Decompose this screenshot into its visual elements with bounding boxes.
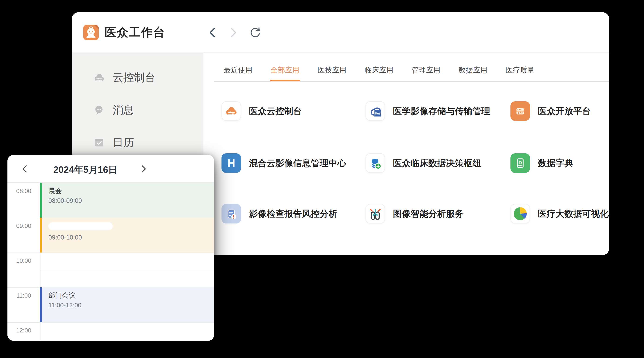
refresh-icon bbox=[250, 27, 260, 38]
app-label: 数据字典 bbox=[538, 157, 573, 169]
app-imaging-storage[interactable]: Mos 医学影像存储与传输管理 bbox=[366, 101, 490, 121]
app-label: 图像智能分析服务 bbox=[393, 208, 464, 220]
message-icon bbox=[93, 104, 105, 116]
app-label: 影像检查报告风控分析 bbox=[249, 208, 337, 220]
forward-button[interactable] bbox=[228, 27, 239, 38]
event-title-redacted-pill bbox=[48, 222, 112, 230]
app-open-platform[interactable]: 医众开放平台 bbox=[510, 101, 591, 121]
app-tile: D bbox=[510, 153, 530, 173]
cloud-console-icon bbox=[93, 72, 105, 84]
chevron-left-icon bbox=[208, 27, 216, 38]
app-label: 医众开放平台 bbox=[538, 105, 591, 117]
app-label: 医疗大数据可视化 bbox=[538, 208, 609, 220]
sidebar-item-cloud-console[interactable]: 云控制台 bbox=[72, 70, 203, 85]
time-label: 11:00 bbox=[8, 292, 40, 299]
nav-buttons bbox=[206, 27, 260, 38]
calendar-date-title: 2024年5月16日 bbox=[38, 163, 133, 176]
pie-chart-icon bbox=[514, 207, 527, 220]
time-label: 12:00 bbox=[8, 327, 40, 334]
screen-background: 医众工作台 bbox=[0, 0, 644, 358]
report-alert-icon bbox=[224, 207, 238, 220]
tab-all-apps[interactable]: 全部应用 bbox=[270, 65, 300, 75]
event-time: 11:00-12:00 bbox=[48, 302, 214, 309]
app-label: 医学影像存储与传输管理 bbox=[393, 105, 490, 117]
app-big-data-visualization[interactable]: 医疗大数据可视化 bbox=[510, 204, 609, 223]
sidebar-item-label: 日历 bbox=[112, 136, 134, 150]
chevron-right-icon bbox=[230, 27, 238, 38]
cloud-mos-icon: Mos bbox=[368, 104, 382, 118]
event-title: 部门会议 bbox=[48, 291, 214, 299]
dictionary-badge: D bbox=[518, 160, 522, 165]
calendar-prev-day-button[interactable] bbox=[18, 163, 31, 175]
cloud-console-icon bbox=[224, 104, 238, 118]
database-plus-icon bbox=[368, 156, 382, 170]
back-button[interactable] bbox=[206, 27, 218, 38]
app-tile: H bbox=[222, 153, 241, 173]
app-tile bbox=[222, 101, 241, 121]
refresh-button[interactable] bbox=[250, 27, 260, 38]
sidebar-item-label: 云控制台 bbox=[112, 70, 156, 85]
content-area: 最近使用 全部应用 医技应用 临床应用 管理应用 数据应用 医疗质量 bbox=[203, 53, 609, 255]
calendar-icon bbox=[93, 137, 105, 149]
event-time: 09:00-10:00 bbox=[48, 234, 214, 241]
app-tile bbox=[366, 153, 385, 173]
chevron-left-icon bbox=[22, 165, 28, 173]
tabs-divider bbox=[214, 81, 609, 82]
time-label: 10:00 bbox=[8, 257, 40, 264]
calendar-header: 2024年5月16日 bbox=[8, 155, 214, 183]
calendar-event-morning-meeting[interactable]: 晨会 08:00-09:00 bbox=[40, 183, 214, 218]
sidebar-item-label: 消息 bbox=[112, 103, 134, 117]
calendar-body: 08:00 09:00 10:00 11:00 12:00 晨会 08:00-0… bbox=[8, 183, 214, 340]
app-tile bbox=[510, 204, 530, 223]
tab-clinical[interactable]: 临床应用 bbox=[364, 65, 394, 75]
letter-h-icon: H bbox=[227, 158, 235, 169]
app-clinical-data-hub[interactable]: 医众临床数据决策枢纽 bbox=[366, 153, 481, 173]
hour-gridline bbox=[8, 253, 214, 253]
app-tile bbox=[366, 204, 385, 223]
sidebar-item-messages[interactable]: 消息 bbox=[72, 103, 203, 117]
app-label: 混合云影像信息管理中心 bbox=[249, 157, 346, 169]
calendar-panel: 2024年5月16日 08:00 09:00 10:00 11:00 12: bbox=[8, 155, 214, 341]
app-category-tabs: 最近使用 全部应用 医技应用 临床应用 管理应用 数据应用 医疗质量 bbox=[224, 65, 534, 75]
chevron-right-icon bbox=[140, 165, 147, 173]
lungs-icon bbox=[368, 207, 382, 221]
app-title: 医众工作台 bbox=[105, 25, 165, 40]
dictionary-icon: D bbox=[514, 156, 527, 170]
calendar-event-redacted[interactable]: 09:00-10:00 bbox=[40, 218, 214, 253]
app-label: 医众云控制台 bbox=[249, 105, 302, 117]
app-label: 医众临床数据决策枢纽 bbox=[393, 157, 481, 169]
half-hour-gridline bbox=[40, 270, 214, 270]
event-title: 晨会 bbox=[48, 186, 214, 195]
time-label: 09:00 bbox=[8, 222, 40, 229]
app-data-dictionary[interactable]: D 数据字典 bbox=[510, 153, 573, 173]
app-tile bbox=[510, 101, 530, 121]
logo-fold-corner bbox=[94, 25, 99, 29]
hour-gridline bbox=[8, 322, 214, 323]
sidebar-item-calendar[interactable]: 日历 bbox=[72, 136, 203, 150]
titlebar: 医众工作台 bbox=[72, 12, 609, 53]
time-label: 08:00 bbox=[8, 187, 40, 195]
app-image-ai-analysis[interactable]: 图像智能分析服务 bbox=[366, 204, 464, 223]
app-logo bbox=[83, 25, 99, 40]
calendar-next-day-button[interactable] bbox=[138, 163, 150, 175]
tab-management[interactable]: 管理应用 bbox=[412, 65, 440, 75]
mos-badge: Mos bbox=[375, 112, 381, 115]
tab-quality[interactable]: 医疗质量 bbox=[506, 65, 534, 75]
event-time: 08:00-09:00 bbox=[48, 197, 214, 204]
open-platform-icon bbox=[514, 104, 527, 118]
app-tile: Mos bbox=[366, 101, 385, 121]
calendar-event-department-meeting[interactable]: 部门会议 11:00-12:00 bbox=[40, 287, 214, 322]
tab-medtech[interactable]: 医技应用 bbox=[318, 65, 346, 75]
app-cloud-console[interactable]: 医众云控制台 bbox=[222, 101, 302, 121]
app-hybrid-cloud-center[interactable]: H 混合云影像信息管理中心 bbox=[222, 153, 346, 173]
app-tile bbox=[222, 204, 241, 223]
app-report-risk-analysis[interactable]: 影像检查报告风控分析 bbox=[222, 204, 337, 223]
tab-data[interactable]: 数据应用 bbox=[458, 65, 488, 75]
tab-recent[interactable]: 最近使用 bbox=[224, 65, 252, 75]
